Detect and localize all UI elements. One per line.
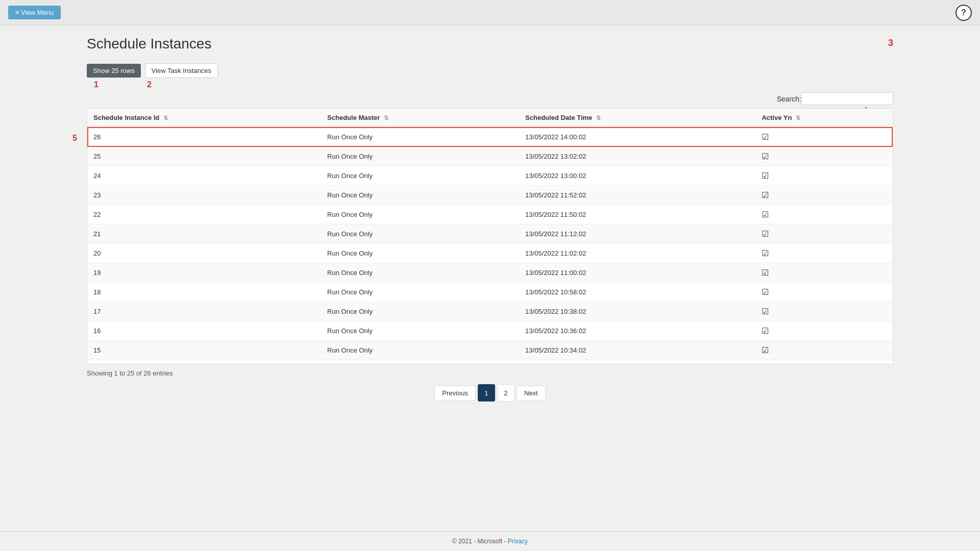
col-label-id: Schedule Instance Id: [93, 114, 159, 121]
col-label-datetime: Scheduled Date Time: [525, 114, 592, 121]
page-1-button[interactable]: 1: [478, 384, 495, 402]
main-content: Schedule Instances 3 Show 25 rows View T…: [0, 26, 980, 531]
cell-master: Run Once Only: [321, 283, 519, 302]
checkbox-icon: ☑: [762, 288, 769, 296]
cell-active: ☑: [755, 186, 893, 205]
annotation-3: 3: [888, 38, 893, 48]
cell-master: Run Once Only: [321, 360, 519, 364]
view-task-instances-button[interactable]: View Task Instances: [145, 63, 218, 78]
footer: © 2021 - Microsoft - Privacy: [0, 531, 980, 551]
cell-master: Run Once Only: [321, 302, 519, 321]
table-row[interactable]: 19Run Once Only13/05/2022 11:00:02☑: [87, 263, 893, 283]
show-rows-button[interactable]: Show 25 rows: [87, 64, 141, 78]
table-row[interactable]: 18Run Once Only13/05/2022 10:58:02☑: [87, 283, 893, 302]
table-section: 5 Schedule Instance Id ⇅ Schedule Master…: [87, 108, 893, 364]
table-row[interactable]: 17Run Once Only13/05/2022 10:38:02☑: [87, 302, 893, 321]
checkbox-icon: ☑: [762, 152, 769, 161]
cell-id: 20: [87, 244, 321, 263]
checkbox-icon: ☑: [762, 249, 769, 258]
checkbox-icon: ☑: [762, 307, 769, 316]
table-row[interactable]: 22Run Once Only13/05/2022 11:50:02☑: [87, 205, 893, 224]
table-row[interactable]: 21Run Once Only13/05/2022 11:12:02☑: [87, 224, 893, 244]
cell-datetime: 13/05/2022 10:58:02: [519, 283, 755, 302]
col-schedule-instance-id[interactable]: Schedule Instance Id ⇅: [87, 109, 321, 127]
cell-id: 26: [87, 127, 321, 147]
cell-active: ☑: [755, 224, 893, 244]
table-row[interactable]: 20Run Once Only13/05/2022 11:02:02☑: [87, 244, 893, 263]
table-row[interactable]: 26Run Once Only13/05/2022 14:00:02☑: [87, 127, 893, 147]
cell-active: ☑: [755, 302, 893, 321]
col-active-yn[interactable]: Active Yn ⇅: [755, 109, 893, 127]
cell-master: Run Once Only: [321, 166, 519, 186]
sort-icon-id: ⇅: [163, 115, 168, 121]
cell-datetime: 13/05/2022 11:00:02: [519, 263, 755, 283]
cell-datetime: 13/05/2022 14:00:02: [519, 127, 755, 147]
table-row[interactable]: 24Run Once Only13/05/2022 13:00:02☑: [87, 166, 893, 186]
table-row[interactable]: 14Run Once Only13/05/2022 10:30:22☑: [87, 360, 893, 364]
cell-master: Run Once Only: [321, 244, 519, 263]
cell-datetime: 13/05/2022 11:50:02: [519, 205, 755, 224]
cell-datetime: 13/05/2022 11:12:02: [519, 224, 755, 244]
cell-datetime: 13/05/2022 10:36:02: [519, 321, 755, 341]
cell-datetime: 13/05/2022 13:00:02: [519, 166, 755, 186]
search-label: Search:: [777, 95, 801, 103]
cell-active: ☑: [755, 360, 893, 364]
page-2-button[interactable]: 2: [497, 384, 514, 402]
page-title: Schedule Instances: [87, 36, 211, 52]
search-row: Search: 4: [87, 92, 893, 105]
data-table: Schedule Instance Id ⇅ Schedule Master ⇅…: [87, 109, 893, 364]
top-bar: ≡ View Menu ?: [0, 0, 980, 26]
col-schedule-master[interactable]: Schedule Master ⇅: [321, 109, 519, 127]
table-body: 26Run Once Only13/05/2022 14:00:02☑25Run…: [87, 127, 893, 364]
cell-id: 18: [87, 283, 321, 302]
cell-datetime: 13/05/2022 13:02:02: [519, 147, 755, 166]
cell-active: ☑: [755, 321, 893, 341]
checkbox-icon: ☑: [762, 268, 769, 277]
table-row[interactable]: 16Run Once Only13/05/2022 10:36:02☑: [87, 321, 893, 341]
checkbox-icon: ☑: [762, 133, 769, 141]
checkbox-icon: ☑: [762, 346, 769, 355]
checkbox-icon: ☑: [762, 327, 769, 335]
cell-id: 24: [87, 166, 321, 186]
col-label-active: Active Yn: [762, 114, 792, 121]
sort-icon-master: ⇅: [384, 115, 388, 121]
footer-text: © 2021 - Microsoft -: [452, 538, 508, 545]
sort-icon-active: ⇅: [796, 115, 800, 121]
col-scheduled-date-time[interactable]: Scheduled Date Time ⇅: [519, 109, 755, 127]
cell-datetime: 13/05/2022 11:52:02: [519, 186, 755, 205]
toolbar: Show 25 rows View Task Instances: [87, 63, 893, 78]
table-row[interactable]: 25Run Once Only13/05/2022 13:02:02☑: [87, 147, 893, 166]
cell-id: 21: [87, 224, 321, 244]
table-container[interactable]: Schedule Instance Id ⇅ Schedule Master ⇅…: [87, 109, 893, 364]
cell-master: Run Once Only: [321, 224, 519, 244]
checkbox-icon: ☑: [762, 230, 769, 238]
cell-id: 23: [87, 186, 321, 205]
cell-master: Run Once Only: [321, 321, 519, 341]
previous-button[interactable]: Previous: [434, 386, 476, 400]
col-label-master: Schedule Master: [327, 114, 380, 121]
cell-master: Run Once Only: [321, 205, 519, 224]
pagination: Previous 1 2 Next: [87, 384, 893, 402]
privacy-link[interactable]: Privacy: [508, 538, 528, 545]
cell-id: 19: [87, 263, 321, 283]
search-input[interactable]: [801, 92, 893, 105]
cell-datetime: 13/05/2022 11:02:02: [519, 244, 755, 263]
cell-id: 22: [87, 205, 321, 224]
cell-id: 15: [87, 341, 321, 360]
cell-id: 16: [87, 321, 321, 341]
view-menu-button[interactable]: ≡ View Menu: [8, 6, 61, 19]
next-button[interactable]: Next: [517, 386, 546, 400]
cell-active: ☑: [755, 263, 893, 283]
cell-active: ☑: [755, 127, 893, 147]
cell-active: ☑: [755, 244, 893, 263]
cell-datetime: 13/05/2022 10:38:02: [519, 302, 755, 321]
cell-master: Run Once Only: [321, 186, 519, 205]
annotation-5: 5: [72, 134, 77, 143]
sort-icon-datetime: ⇅: [596, 115, 601, 121]
table-row[interactable]: 23Run Once Only13/05/2022 11:52:02☑: [87, 186, 893, 205]
table-row[interactable]: 15Run Once Only13/05/2022 10:34:02☑: [87, 341, 893, 360]
annotation-2: 2: [147, 80, 152, 89]
help-icon[interactable]: ?: [955, 5, 972, 21]
table-header: Schedule Instance Id ⇅ Schedule Master ⇅…: [87, 109, 893, 127]
cell-id: 17: [87, 302, 321, 321]
